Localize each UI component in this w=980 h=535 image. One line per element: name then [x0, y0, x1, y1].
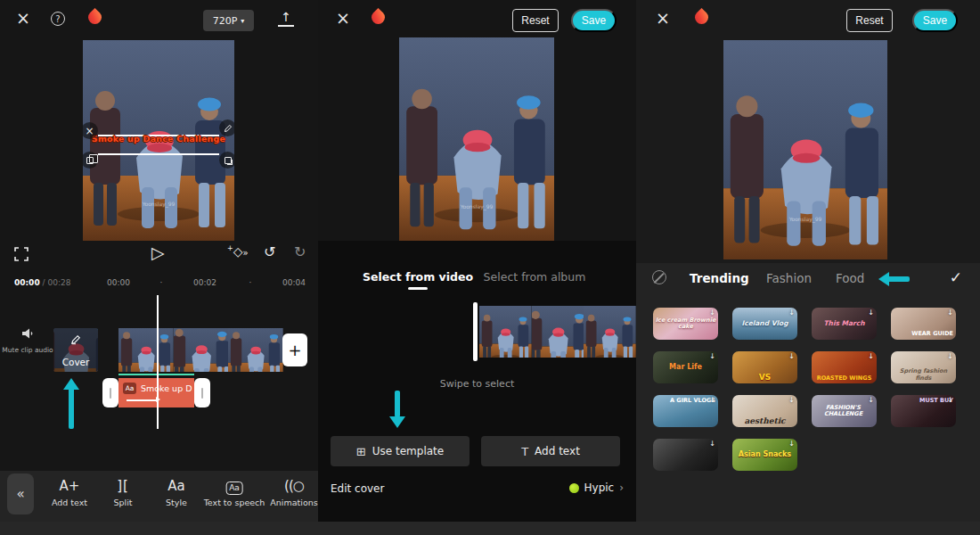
time-current: 00:00 [14, 278, 40, 287]
fullscreen-icon[interactable] [14, 247, 29, 261]
video-clip-track[interactable] [118, 328, 283, 372]
download-icon: ↓ [788, 396, 795, 404]
template-thumbnail[interactable]: ↓ [653, 439, 718, 471]
template-thumbnail[interactable]: WEAR GUIDE↓ [891, 308, 956, 340]
app-screenshot: × ? 720P ▾ ↑ Smoke up Dance Challenge × … [0, 0, 980, 535]
flame-logo-icon [692, 8, 711, 27]
playhead[interactable] [157, 295, 159, 429]
close-icon[interactable]: × [656, 10, 670, 27]
resize-icon [225, 157, 232, 164]
collapse-toolbar-button[interactable]: « [7, 473, 34, 514]
time-total: / 00:28 [43, 278, 71, 287]
reset-button[interactable]: Reset [846, 9, 893, 32]
template-thumbnail[interactable]: This March↓ [812, 308, 877, 340]
text-clip-right-handle[interactable] [194, 378, 210, 407]
pencil-icon [70, 334, 81, 345]
template-picker-screen: × Reset Save Yoonslay_99 Trending Fashio… [636, 0, 980, 522]
video-preview: Yoonslay_99 [399, 37, 554, 242]
template-thumbnail[interactable]: Asian Snacks↓ [732, 439, 797, 471]
resolution-dropdown[interactable]: 720P ▾ [203, 10, 254, 31]
hypic-logo-icon [569, 483, 579, 493]
tutorial-arrow-left [878, 272, 911, 286]
template-thumbnail[interactable]: FASHION'S CHALLENGE↓ [812, 395, 877, 427]
text-animation-arrow-icon [127, 399, 157, 401]
template-thumbnail[interactable]: VS↓ [732, 351, 797, 383]
clip-frame [174, 328, 229, 372]
creator-watermark: Yoonslay_99 [723, 216, 887, 222]
title-overlay-text[interactable]: Smoke up Dance Challenge [83, 134, 234, 144]
tab-select-from-video[interactable]: Select from video [363, 270, 473, 284]
template-thumbnail[interactable]: Ice cream Brownie cake↓ [653, 308, 718, 340]
undo-icon[interactable]: ↺ [264, 243, 275, 260]
pencil-icon [224, 124, 233, 133]
template-thumbnail[interactable]: Iceland Vlog↓ [732, 308, 797, 340]
save-button[interactable]: Save [571, 9, 617, 32]
tab-food[interactable]: Food [836, 271, 864, 285]
redo-icon[interactable]: ↻ [294, 243, 306, 260]
add-keyframe-icon[interactable]: +◇» [227, 244, 249, 259]
tab-fashion[interactable]: Fashion [766, 271, 812, 285]
download-icon: ↓ [709, 440, 715, 448]
clip-frame [118, 328, 174, 372]
close-icon[interactable]: × [16, 10, 30, 27]
template-sheet: Trending Fashion Food ✓ Ice cream Browni… [636, 263, 980, 522]
video-preview[interactable]: Smoke up Dance Challenge × Yoonslay_99 [83, 40, 234, 241]
template-thumbnail[interactable]: MUST BUY↓ [891, 395, 956, 427]
help-icon[interactable]: ? [51, 12, 65, 26]
mute-clip-audio-label: Mute clip audio [0, 346, 55, 354]
split-icon: ][ [113, 477, 132, 495]
download-icon: ↓ [709, 396, 715, 404]
flame-logo-icon [369, 8, 388, 27]
edit-text-handle[interactable] [219, 119, 234, 136]
close-icon[interactable]: × [336, 10, 350, 27]
text-clip-left-handle[interactable] [102, 378, 118, 407]
mute-clip-audio-button[interactable]: Mute clip audio [0, 326, 55, 354]
cover-label: Cover [53, 357, 98, 367]
template-thumbnail[interactable]: aesthetic↓ [732, 395, 797, 427]
download-icon: ↓ [788, 352, 795, 360]
hypic-brand-link[interactable]: Hypic › [569, 482, 625, 494]
home-indicator-strip [0, 522, 980, 535]
template-thumbnail[interactable]: Spring fashion finds↓ [891, 351, 956, 383]
duplicate-icon [86, 157, 94, 164]
add-text-button[interactable]: T Add text [481, 436, 620, 466]
text-selection-border-bottom [98, 153, 219, 155]
filmstrip-frame [532, 306, 584, 358]
cover-button[interactable]: Cover [53, 328, 98, 372]
frame-selector-bar[interactable] [473, 302, 478, 361]
tab-select-from-album[interactable]: Select from album [484, 270, 586, 284]
use-template-button[interactable]: ⊞ Use template [331, 436, 470, 466]
no-template-icon[interactable] [652, 270, 666, 284]
chevron-right-icon: › [619, 482, 624, 494]
edit-cover-label: Edit cover [331, 482, 384, 495]
resolution-value: 720P [213, 15, 238, 27]
ruler-label: 00:02 [193, 278, 216, 287]
play-button[interactable]: ▷ [151, 243, 165, 262]
video-frame [399, 37, 554, 242]
frame-filmstrip[interactable] [479, 306, 636, 358]
video-frame [723, 40, 887, 259]
template-thumbnail[interactable]: Mar Life↓ [653, 351, 718, 383]
add-clip-button[interactable]: + [282, 333, 307, 366]
timeline-ruler: 00:00 / 00:28 00:00 · 00:02 · 00:04 [0, 275, 318, 291]
confirm-check-icon[interactable]: ✓ [950, 268, 962, 286]
toolbar-animations[interactable]: ((○ Animations [270, 477, 317, 507]
save-button[interactable]: Save [912, 9, 958, 32]
template-grid: Ice cream Brownie cake↓ Iceland Vlog↓ Th… [653, 308, 956, 471]
template-thumbnail[interactable]: ROASTED WINGS↓ [812, 351, 877, 383]
toolbar-add-text[interactable]: A+ Add text [52, 477, 87, 507]
toolbar-style[interactable]: Aa Style [166, 477, 187, 507]
template-thumbnail[interactable]: A GIRL VLOGS↓ [653, 395, 718, 427]
export-icon[interactable]: ↑ [278, 10, 294, 27]
toolbar-split[interactable]: ][ Split [113, 477, 132, 507]
download-icon: ↓ [947, 309, 953, 317]
reset-button[interactable]: Reset [512, 9, 559, 32]
video-preview: Yoonslay_99 [723, 40, 887, 259]
resize-text-handle[interactable] [219, 152, 234, 169]
toolbar-text-to-speech[interactable]: Aa Text to speech [204, 477, 265, 507]
add-text-icon: A+ [52, 477, 87, 495]
tab-trending[interactable]: Trending [690, 271, 749, 285]
tutorial-arrow-up [61, 378, 82, 430]
filmstrip-frame [584, 306, 636, 358]
swipe-hint: Swipe to select [318, 378, 636, 390]
